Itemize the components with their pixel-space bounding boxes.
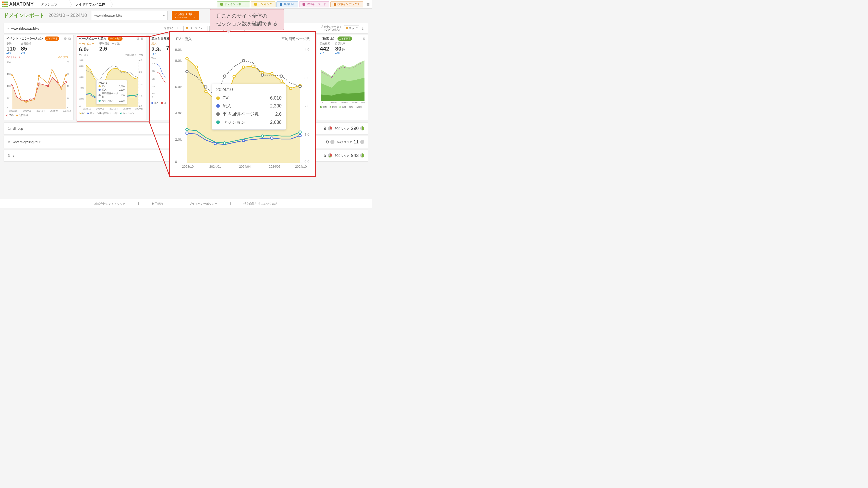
svg-text:9.0k: 9.0k: [175, 48, 182, 52]
svg-point-12: [29, 99, 31, 100]
svg-text:2024/04: 2024/04: [340, 101, 348, 104]
svg-text:8.0k: 8.0k: [80, 65, 84, 67]
svg-point-85: [242, 60, 245, 62]
tab-registered-keyword[interactable]: 登録キーワード: [299, 1, 329, 7]
tab-domain-report[interactable]: ドメインレポート: [217, 1, 250, 7]
pie-icon: [360, 153, 364, 158]
copy-icon[interactable]: ⧉: [68, 37, 71, 41]
card-conversion: イベント・コンバージョン ガイド表示 ⚙⧉ 予約110+23 会員登録85+22…: [4, 35, 73, 120]
svg-text:80: 80: [67, 61, 69, 64]
guide-badge[interactable]: ガイド表示: [108, 36, 123, 41]
annotation-callout: 月ごとのサイト全体の セッション数を確認できる: [210, 9, 284, 30]
tab-ranking[interactable]: ランキング: [251, 1, 276, 7]
brand-logo[interactable]: ANATOMY: [2, 2, 34, 7]
zoom-chart-overlay: PV・流入 平均回遊ページ数 9.0k 8.0k 6.0k 4.0k 2.0k …: [169, 31, 316, 177]
svg-text:6.0k: 6.0k: [80, 76, 84, 78]
domain-host[interactable]: www.rideaway.bike: [11, 27, 39, 30]
page-title: ドメインレポート: [4, 12, 44, 19]
svg-point-86: [261, 74, 264, 76]
brand-name: ANATOMY: [9, 2, 34, 7]
svg-text:2024/07: 2024/07: [351, 101, 359, 104]
svg-text:2024/10: 2024/10: [360, 101, 365, 104]
svg-point-10: [11, 84, 13, 86]
pie-icon: [360, 140, 364, 144]
svg-point-84: [223, 75, 226, 77]
scale-pv[interactable]: ページビュー: [183, 26, 208, 31]
zoom-tooltip: 2024/10 PV6,010 流入2,330 平均回遊ページ数2.6 セッショ…: [212, 84, 286, 130]
svg-point-70: [195, 66, 198, 68]
svg-text:4.0k: 4.0k: [80, 87, 84, 89]
hamburger-menu-icon[interactable]: ≡: [366, 1, 370, 8]
svg-point-75: [242, 66, 245, 68]
footer-privacy[interactable]: プライバシーポリシー: [187, 202, 220, 206]
svg-text:9.0k: 9.0k: [80, 59, 84, 62]
svg-text:2024/04: 2024/04: [239, 165, 251, 168]
folder-icon: 🗀: [7, 127, 11, 130]
pv-chart[interactable]: 9.0k8.0k6.0k4.0k2.0k0 4.03.02.01.00.0 20…: [79, 58, 143, 111]
date-range: 2023/10 ~ 2024/10: [49, 13, 87, 18]
file-icon: 🗎: [7, 154, 11, 158]
tab-registered-url[interactable]: 登録URL: [277, 1, 298, 7]
subheader: ドメインレポート 2023/10 ~ 2024/10 www.rideaway.…: [0, 9, 372, 22]
breadcrumb-site[interactable]: ライドアウェイ全体: [69, 0, 110, 9]
footer-law[interactable]: 特定商取引法に基づく表記: [241, 202, 280, 206]
card-title: 流入と自然検索: [151, 36, 169, 41]
svg-point-15: [56, 82, 58, 83]
ai-analysis-button[interactable]: AI分析（β版） Created with GPT-4: [172, 11, 199, 20]
guide-badge[interactable]: ガイド表示: [45, 36, 59, 41]
conversion-chart[interactable]: 200150100500 806040200 2023/102024/01202…: [6, 60, 71, 113]
svg-text:3.0: 3.0: [139, 71, 142, 73]
svg-point-18: [25, 101, 27, 103]
svg-point-14: [47, 85, 49, 87]
pv-tooltip: 2024/10 PV6,010 流入2,330 平均回遊ページ数2.6 セッショ…: [96, 80, 127, 104]
svg-text:0: 0: [67, 107, 68, 109]
svg-point-87: [280, 75, 283, 77]
gear-icon[interactable]: ⚙: [136, 37, 140, 41]
svg-text:1.0: 1.0: [139, 95, 142, 97]
logo-grid-icon: [2, 2, 8, 7]
svg-text:100: 100: [7, 85, 11, 87]
search-chart[interactable]: /102024/012024/042024/072024/10: [320, 56, 365, 104]
svg-point-96: [261, 135, 264, 137]
gear-icon[interactable]: ⚙: [64, 37, 67, 41]
month-data-select[interactable]: 表示: [344, 26, 359, 31]
svg-text:150: 150: [7, 73, 11, 75]
svg-text:1.0k: 1.0k: [152, 86, 155, 88]
domain-dropdown[interactable]: www.rideaway.bike: [91, 11, 168, 20]
svg-point-78: [271, 72, 273, 75]
footer-company[interactable]: 株式会社シンメトリック: [92, 202, 128, 206]
svg-text:0: 0: [152, 96, 153, 98]
footer-terms[interactable]: 利用規約: [149, 202, 165, 206]
page-path: /: [13, 154, 14, 158]
svg-point-16: [65, 82, 67, 83]
pie-icon: [328, 126, 332, 130]
guide-badge[interactable]: ガイド表示: [338, 36, 352, 41]
download-icon[interactable]: ⭳: [361, 26, 365, 31]
svg-text:0: 0: [175, 160, 177, 164]
square-icon: [303, 3, 305, 6]
svg-text:500: 500: [152, 93, 154, 94]
svg-text:2.0: 2.0: [305, 104, 309, 108]
card-title: ページビューと流入: [79, 36, 106, 41]
pie-icon: [330, 140, 335, 144]
svg-point-80: [289, 87, 292, 90]
pie-icon: [360, 126, 364, 130]
card-title: イベント・コンバージョン: [6, 36, 43, 41]
svg-text:2024/10: 2024/10: [135, 107, 143, 110]
svg-text:2024/01: 2024/01: [209, 165, 221, 168]
svg-text:8.0k: 8.0k: [175, 59, 182, 63]
svg-point-82: [186, 70, 188, 73]
svg-point-90: [214, 142, 216, 145]
svg-text:2024/04: 2024/04: [36, 109, 45, 112]
zoom-axis-right: 平均回遊ページ数: [281, 37, 310, 41]
svg-text:3.0: 3.0: [305, 76, 309, 80]
square-icon: [280, 3, 282, 6]
tab-search-index[interactable]: 検索インデックス: [330, 1, 363, 7]
svg-point-94: [186, 128, 188, 131]
svg-text:0.0: 0.0: [305, 160, 309, 164]
svg-text:2.0k: 2.0k: [80, 97, 84, 100]
copy-icon[interactable]: ⧉: [363, 37, 365, 41]
copy-icon[interactable]: ⧉: [141, 37, 143, 41]
breadcrumb-dashboard[interactable]: ダッシュボード: [35, 0, 69, 9]
svg-point-95: [223, 142, 226, 144]
